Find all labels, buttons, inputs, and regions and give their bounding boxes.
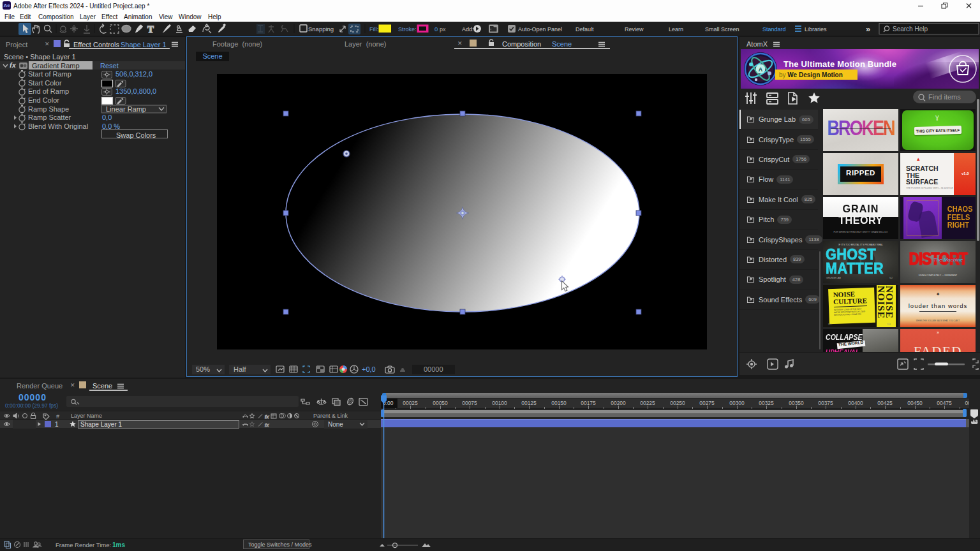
svg-text:»: » [866, 24, 870, 34]
svg-text:Default: Default [575, 26, 594, 33]
svg-text:Auto-Open Panel: Auto-Open Panel [518, 26, 562, 33]
svg-text:00350: 00350 [789, 400, 804, 406]
svg-text:Find items: Find items [928, 93, 961, 101]
svg-text:px: px [440, 26, 446, 33]
svg-text:00275: 00275 [699, 400, 715, 406]
svg-text:00175: 00175 [581, 400, 596, 406]
svg-text:00050: 00050 [433, 400, 448, 406]
svg-text:00300: 00300 [729, 400, 745, 406]
svg-text:Standard: Standard [762, 26, 786, 33]
svg-text:00225: 00225 [640, 400, 655, 406]
svg-text:Fill:: Fill: [369, 26, 378, 33]
svg-text:Small Screen: Small Screen [705, 26, 739, 33]
svg-text:fx: fx [265, 414, 269, 420]
svg-text:Learn: Learn [669, 26, 683, 33]
svg-text:00125: 00125 [521, 400, 537, 406]
svg-text:Review: Review [625, 26, 644, 33]
svg-text:Search Help: Search Help [893, 26, 928, 33]
svg-text:Snapping: Snapping [308, 26, 334, 33]
svg-text:T: T [147, 24, 154, 34]
svg-text:00475: 00475 [937, 400, 952, 406]
svg-text:00400: 00400 [848, 400, 863, 406]
svg-text:00250: 00250 [670, 400, 685, 406]
svg-text:00100: 00100 [492, 400, 507, 406]
svg-text:Libraries: Libraries [805, 26, 827, 33]
svg-text:00375: 00375 [818, 400, 833, 406]
svg-text:00200: 00200 [611, 400, 626, 406]
svg-text:0: 0 [434, 26, 438, 33]
svg-text:00075: 00075 [462, 400, 477, 406]
svg-text:fx: fx [265, 422, 269, 428]
svg-text:Add:: Add: [462, 26, 474, 33]
svg-text:00450: 00450 [907, 400, 923, 406]
svg-text:A: A [759, 66, 763, 73]
svg-text:#: # [56, 413, 59, 420]
svg-text:00425: 00425 [877, 400, 893, 406]
svg-text:00325: 00325 [759, 400, 774, 406]
svg-text:00025: 00025 [403, 400, 418, 406]
svg-text:Stroke:: Stroke: [398, 26, 417, 33]
svg-text:00150: 00150 [551, 400, 567, 406]
